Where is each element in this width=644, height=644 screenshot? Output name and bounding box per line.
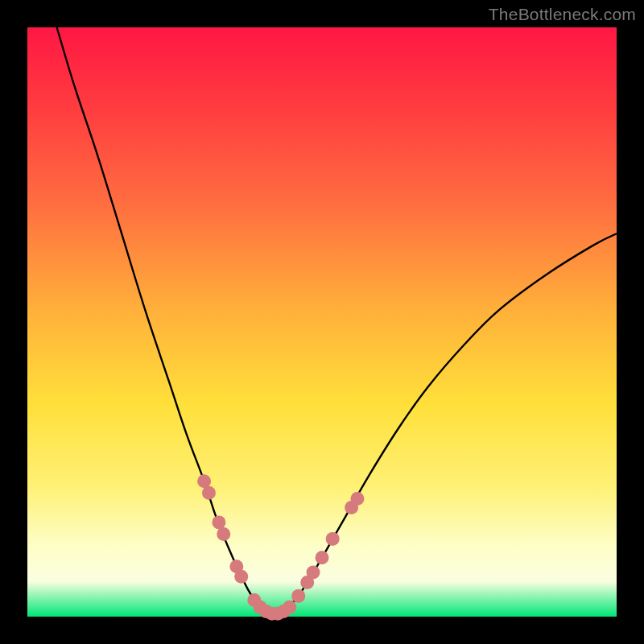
marker-dot [316,551,329,564]
marker-dot [326,532,340,546]
marker-dot [283,601,296,614]
marker-dot [202,486,216,500]
marker-dot [212,515,225,529]
marker-group [197,474,364,621]
marker-dot [234,570,248,584]
bottleneck-curve [57,27,617,614]
marker-dot [291,589,305,603]
watermark: TheBottleneck.com [489,5,636,24]
marker-dot [307,566,320,580]
marker-dot [217,527,230,541]
marker-dot [197,474,211,488]
chart-curve-layer [27,27,617,617]
marker-dot [350,492,364,506]
plot-area [27,27,617,617]
